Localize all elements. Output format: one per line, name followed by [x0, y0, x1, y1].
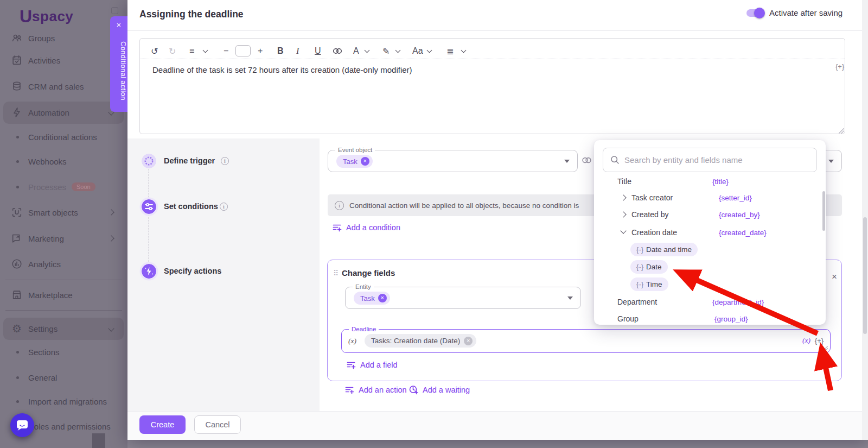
toolbar-divider: [140, 59, 845, 59]
link-fields-icon[interactable]: [582, 156, 592, 165]
conditional-action-tab[interactable]: × Conditional action: [110, 16, 127, 112]
undo-button[interactable]: ↺: [151, 44, 158, 58]
cancel-button[interactable]: Cancel: [194, 415, 241, 434]
sidebar-item-webhooks[interactable]: Webhooks: [0, 150, 127, 172]
dropdown-scrollbar-thumb[interactable]: [822, 191, 825, 231]
sidebar-item-general[interactable]: General: [0, 367, 127, 388]
specify-actions-label: Specify actions: [164, 267, 221, 275]
sidebar-item-activities[interactable]: Activities: [0, 49, 127, 71]
field-row-task-creator[interactable]: Task creator {setter_id}: [594, 191, 811, 204]
drag-handle-icon[interactable]: ⠿: [333, 269, 337, 277]
chevron-down-icon[interactable]: [461, 48, 467, 53]
sidebar-item-groups[interactable]: Groups: [0, 27, 127, 49]
chevron-down-icon[interactable]: [620, 228, 626, 234]
event-object-chip[interactable]: Task ×: [336, 155, 373, 168]
deadline-value-chip[interactable]: Tasks: Creation date (Date) ×: [365, 334, 476, 348]
editor-text[interactable]: Deadline of the task is set 72 hours aft…: [152, 65, 412, 74]
add-waiting-button[interactable]: Add a waiting: [409, 385, 470, 395]
bold-button[interactable]: B: [277, 44, 284, 58]
support-chat-button[interactable]: [10, 413, 34, 437]
info-icon[interactable]: i: [221, 157, 229, 165]
chip-remove-icon[interactable]: ×: [378, 294, 387, 302]
chip-remove-icon[interactable]: ×: [361, 157, 369, 166]
chevron-right-icon[interactable]: [620, 194, 626, 200]
sidebar-item-smart-objects[interactable]: Smart objects: [0, 201, 127, 223]
description-editor[interactable]: ↺ ↻ ≡ − + B I U A ✎ Aa ≣ Deadline of the…: [139, 38, 845, 134]
chevron-down-icon[interactable]: [203, 48, 208, 53]
resize-handle-icon[interactable]: [823, 346, 828, 351]
entity-chip[interactable]: Task ×: [354, 292, 390, 305]
font-color-icon: A: [353, 46, 359, 56]
define-trigger-label: Define trigger: [164, 156, 215, 165]
type-chip-date-and-time[interactable]: {··} Date and time: [630, 243, 698, 256]
sidebar-item-sections[interactable]: Sections: [0, 341, 127, 363]
underline-button[interactable]: U: [315, 44, 321, 58]
insert-token-button[interactable]: {+}: [835, 62, 844, 71]
create-button[interactable]: Create: [139, 415, 186, 434]
dropdown-arrow-icon[interactable]: [828, 160, 834, 163]
insert-token-button[interactable]: {+}: [815, 337, 824, 345]
field-row-title[interactable]: Title {title}: [594, 175, 811, 188]
sidebar-collapse-icon[interactable]: [111, 7, 118, 14]
add-field-button[interactable]: Add a field: [346, 360, 398, 370]
add-waiting-label: Add a waiting: [423, 386, 470, 394]
field-row-created-by[interactable]: Created by {created_by}: [594, 208, 811, 221]
close-icon[interactable]: ×: [832, 272, 837, 281]
type-chip-date[interactable]: {··} Date: [630, 260, 668, 274]
sidebar-item-automation[interactable]: Automation: [0, 102, 127, 123]
analytics-icon: [11, 258, 23, 270]
sidebar-item-analytics[interactable]: Analytics: [0, 253, 127, 275]
sidebar-item-crm[interactable]: CRM and sales: [0, 75, 127, 97]
sidebar-item-label: Roles and permissions: [28, 422, 111, 431]
chevron-down-icon[interactable]: [427, 48, 432, 53]
sidebar-item-marketplace[interactable]: Marketplace: [0, 284, 127, 306]
line-spacing-button[interactable]: ≡: [189, 44, 194, 58]
chip-remove-icon[interactable]: ×: [464, 337, 473, 345]
field-row-creation-date[interactable]: Creation date {created_date}: [594, 226, 811, 239]
field-row-department[interactable]: Department {department_id}: [594, 295, 811, 308]
type-chip-time[interactable]: {··} Time: [630, 277, 668, 291]
italic-button[interactable]: I: [296, 44, 299, 58]
resize-handle-icon[interactable]: [839, 128, 844, 134]
sidebar: Uspacy Groups Activities CRM and sales A…: [0, 0, 127, 448]
entity-field[interactable]: Entity Task ×: [345, 287, 581, 309]
increase-font-button[interactable]: +: [258, 44, 263, 58]
uspacy-logo[interactable]: Uspacy: [20, 5, 73, 27]
sidebar-item-conditional-actions[interactable]: Conditional actions: [0, 126, 127, 148]
field-token: {setter_id}: [719, 194, 752, 202]
sidebar-item-settings[interactable]: ⚙ Settings: [0, 318, 127, 339]
search-input[interactable]: [624, 155, 816, 165]
modal-scrollbar[interactable]: [862, 0, 868, 440]
event-object-field[interactable]: Event object Task ×: [328, 150, 578, 172]
chevron-right-icon[interactable]: [620, 211, 626, 217]
sidebar-item-marketing[interactable]: Marketing: [0, 228, 127, 249]
sidebar-item-import-migrations[interactable]: Import and migrations: [0, 390, 127, 412]
add-action-button[interactable]: Add an action: [344, 385, 407, 395]
dropdown-arrow-icon[interactable]: [567, 296, 573, 300]
modal-scrollbar-thumb[interactable]: [863, 217, 867, 334]
link-button[interactable]: [332, 44, 343, 58]
text-case-button[interactable]: Aa: [412, 44, 423, 58]
highlight-button[interactable]: ✎: [382, 44, 390, 58]
field-row-group[interactable]: Group {group_id}: [594, 312, 811, 325]
dropdown-arrow-icon[interactable]: [564, 160, 570, 163]
chevron-right-icon: [108, 209, 114, 215]
activate-toggle-knob[interactable]: [754, 8, 765, 18]
bold-icon: B: [277, 46, 284, 56]
font-size-box[interactable]: [235, 45, 251, 56]
chevron-down-icon[interactable]: [365, 48, 370, 53]
chevron-down-icon[interactable]: [395, 48, 401, 53]
align-button[interactable]: ≣: [446, 44, 454, 58]
chip-label: Task: [343, 157, 358, 166]
sidebar-item-label: Groups: [28, 34, 55, 43]
info-icon[interactable]: i: [220, 203, 228, 211]
field-picker-dropdown: Title {title} Task creator {setter_id} C…: [594, 140, 826, 325]
add-condition-button[interactable]: Add a condition: [332, 223, 400, 232]
decrease-font-button[interactable]: −: [224, 44, 228, 58]
close-icon[interactable]: ×: [114, 21, 123, 29]
redo-button[interactable]: ↻: [169, 44, 176, 58]
insert-formula-button[interactable]: (x): [802, 336, 810, 345]
deadline-field[interactable]: Deadline (x) Tasks: Creation date (Date)…: [341, 329, 831, 353]
font-color-button[interactable]: A: [353, 44, 359, 58]
search-field[interactable]: [603, 148, 817, 172]
